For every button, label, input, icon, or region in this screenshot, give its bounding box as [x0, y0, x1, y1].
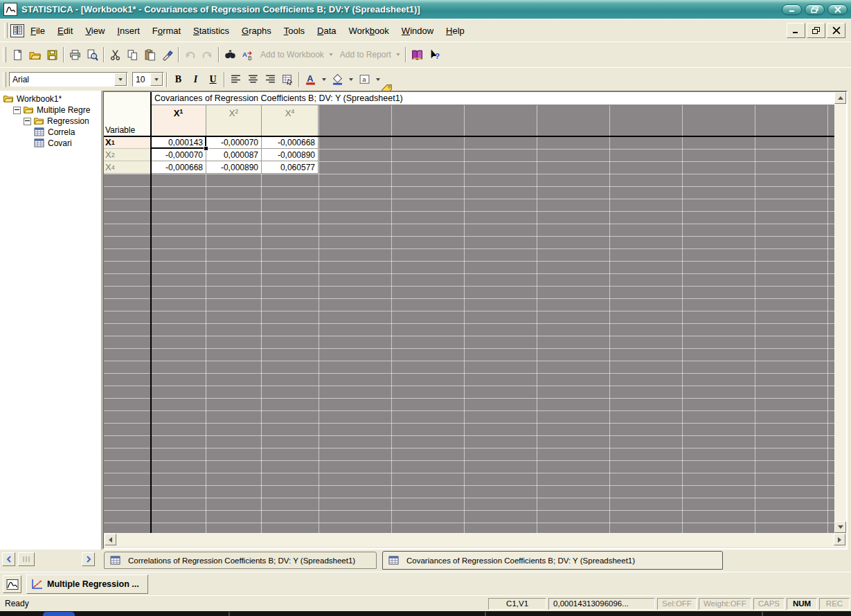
add-to-report-button[interactable]: Add to Report — [340, 50, 391, 60]
mdi-close-button[interactable] — [827, 23, 845, 38]
sheet-tab-2-active[interactable]: Covariances of Regression Coefficients B… — [382, 551, 723, 570]
window-title: STATISTICA - [Workbook1* - Covariances o… — [21, 4, 420, 15]
menu-data[interactable]: Data — [311, 24, 342, 38]
grid-cell-r3c2[interactable]: -0,000890 — [206, 161, 262, 174]
grid-cell-r3c3[interactable]: 0,060577 — [262, 161, 319, 174]
grid-cell-r1c2[interactable]: -0,000070 — [206, 136, 262, 149]
italic-button[interactable]: I — [187, 71, 204, 88]
mdi-restore-button[interactable] — [807, 23, 825, 38]
open-button[interactable] — [26, 46, 44, 64]
row-header-X4[interactable]: X4 — [104, 161, 151, 174]
column-header-X4[interactable]: X4 — [262, 105, 319, 136]
save-button[interactable] — [44, 46, 61, 64]
font-size-dropdown[interactable] — [150, 73, 163, 86]
menu-workbook[interactable]: Workbook — [343, 24, 395, 38]
toolbar-grip[interactable] — [3, 72, 6, 87]
align-left-button[interactable] — [227, 71, 244, 88]
scroll-right-button[interactable] — [834, 534, 845, 545]
scroll-up-button[interactable] — [834, 92, 846, 104]
add-to-workbook-button[interactable]: Add to Workbook — [260, 50, 324, 60]
close-button[interactable] — [827, 4, 848, 15]
cell-format-dropdown[interactable]: +.0.00 .00+.0 AZ x=? Vars Cases — [376, 78, 380, 81]
statistica-start-button[interactable] — [3, 575, 21, 593]
align-center-button[interactable] — [244, 71, 262, 88]
tree-scroll-left-button[interactable] — [2, 552, 15, 566]
row-header-X1[interactable]: X1 — [104, 136, 151, 149]
tree-expander-icon[interactable] — [13, 107, 21, 114]
sheet-tab-1[interactable]: Correlations of Regression Coefficients … — [104, 552, 377, 569]
grid-cell-r2c1[interactable]: -0,000070 — [151, 149, 206, 161]
menu-file[interactable]: File — [24, 24, 51, 38]
tree-scroll-right-button[interactable] — [82, 552, 95, 566]
tree-item-correla[interactable]: Correla — [0, 127, 101, 138]
help-button[interactable] — [409, 46, 426, 64]
print-preview-button[interactable] — [84, 46, 101, 64]
replace-button[interactable]: AB — [239, 46, 256, 64]
menu-graphs[interactable]: Graphs — [235, 24, 278, 38]
font-color-button[interactable]: A — [302, 71, 319, 88]
menu-edit[interactable]: Edit — [51, 24, 79, 38]
tree-item-regression[interactable]: Regression — [0, 116, 101, 127]
vertical-scrollbar[interactable] — [834, 92, 846, 533]
align-right-button[interactable] — [262, 71, 279, 88]
spreadsheet-grid[interactable]: Covariances of Regression Coefficients B… — [104, 92, 834, 533]
dropdown-arrow-icon[interactable] — [329, 53, 333, 56]
menu-help[interactable]: Help — [440, 24, 471, 38]
cut-button[interactable] — [107, 46, 124, 64]
tree-expander-icon[interactable] — [24, 118, 31, 125]
find-button[interactable] — [222, 46, 239, 64]
analysis-button[interactable]: Multiple Regression ... — [26, 574, 148, 594]
menu-view[interactable]: View — [79, 24, 111, 38]
horizontal-scrollbar[interactable] — [104, 533, 846, 547]
grid-cell-r2c3[interactable]: -0,000890 — [262, 149, 319, 161]
font-family-dropdown[interactable] — [114, 73, 127, 86]
font-color-dropdown[interactable] — [322, 78, 326, 81]
restore-button[interactable] — [805, 4, 825, 15]
column-header-X1[interactable]: X1 — [151, 105, 206, 136]
bold-button[interactable]: B — [170, 71, 187, 88]
fill-color-button[interactable] — [329, 71, 346, 88]
menu-tools[interactable]: Tools — [278, 24, 311, 38]
paste-button[interactable] — [141, 46, 159, 64]
grid-cell-r3c1[interactable]: -0,000668 — [151, 161, 206, 174]
dropdown-arrow-icon[interactable] — [396, 53, 400, 56]
corner-cell[interactable]: Variable — [104, 92, 151, 136]
menu-insert[interactable]: Insert — [111, 24, 146, 38]
font-size-combo[interactable]: 10 — [132, 72, 164, 87]
fill-handle[interactable] — [204, 146, 208, 151]
title-bar[interactable]: STATISTICA - [Workbook1* - Covariances o… — [0, 0, 851, 19]
scroll-left-button[interactable] — [105, 534, 116, 545]
format-painter-button[interactable] — [159, 46, 176, 64]
grid-cell-r2c2[interactable]: 0,000087 — [206, 149, 262, 161]
row-header-X2[interactable]: X2 — [104, 149, 151, 161]
grid-cell-r1c3[interactable]: -0,000668 — [262, 136, 319, 149]
redo-button[interactable] — [199, 46, 216, 64]
font-family-combo[interactable]: Arial — [9, 72, 128, 87]
toolbar-grip[interactable] — [3, 47, 6, 62]
new-button[interactable] — [9, 46, 26, 64]
menu-grip[interactable] — [4, 23, 8, 38]
app-icon[interactable] — [3, 3, 17, 16]
underline-button[interactable]: U — [204, 71, 222, 88]
scroll-down-button[interactable] — [834, 521, 846, 533]
tree-item-multiple-regre[interactable]: Multiple Regre — [0, 105, 101, 116]
tree-item-workbook1-[interactable]: Workbook1* — [0, 93, 101, 105]
taskbar-edge — [0, 611, 851, 616]
cell-format-button[interactable]: a — [356, 71, 373, 88]
tree-splitter-button[interactable] — [18, 552, 35, 566]
cell-properties-button[interactable] — [279, 71, 296, 88]
mdi-minimize-button[interactable] — [787, 23, 805, 38]
fill-color-dropdown[interactable] — [349, 78, 353, 81]
undo-button[interactable] — [181, 46, 199, 64]
status-panel-caps: CAPS — [753, 598, 785, 610]
menu-format[interactable]: Format — [146, 24, 187, 38]
tree-item-covari[interactable]: Covari — [0, 138, 101, 149]
menu-statistics[interactable]: Statistics — [187, 24, 235, 38]
print-button[interactable] — [66, 46, 84, 64]
workbook-icon[interactable] — [10, 24, 24, 37]
menu-window[interactable]: Window — [395, 24, 440, 38]
column-header-X2[interactable]: X2 — [206, 105, 262, 136]
copy-button[interactable] — [124, 46, 141, 64]
context-help-button[interactable]: ? — [426, 46, 443, 64]
minimize-button[interactable] — [782, 4, 802, 15]
